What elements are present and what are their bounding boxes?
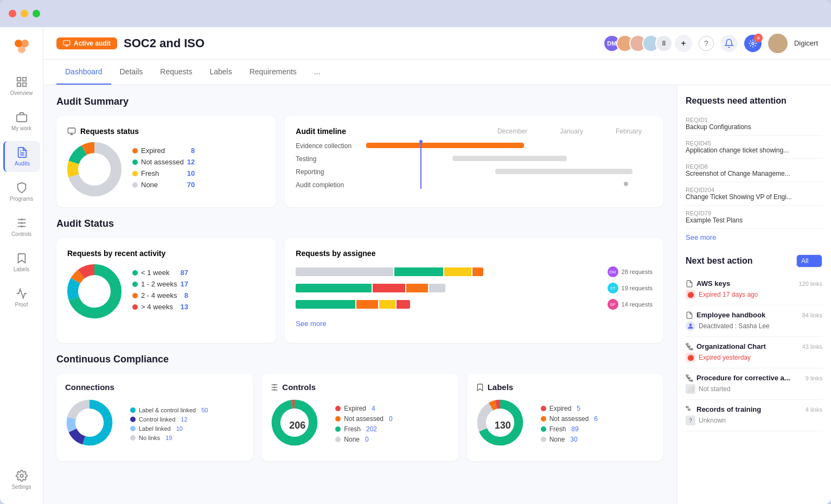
- tab-details[interactable]: Details: [111, 60, 152, 85]
- req-item-4[interactable]: REQID204 Change Ticket Showing VP of Eng…: [686, 182, 822, 206]
- requests-attention-section: Requests need attention REQID1 Backup Co…: [686, 96, 822, 246]
- requests-status-chart: Expired 8 Not assessed 12: [67, 142, 265, 196]
- req-item-2[interactable]: REQID45 Application change ticket showin…: [686, 136, 822, 159]
- assignee-row-3: SP 14 requests: [296, 299, 653, 310]
- sidebar: Overview My work Audits Programs Control…: [0, 27, 43, 504]
- compliance-cards: Connections: [56, 374, 663, 461]
- audit-status-section: Audit Status Requests by recent activity: [56, 218, 663, 343]
- requests-status-card: Requests status: [56, 116, 276, 207]
- tab-dashboard[interactable]: Dashboard: [56, 60, 111, 85]
- tab-more[interactable]: ...: [305, 60, 329, 85]
- timeline-month-feb: February: [616, 127, 642, 135]
- svg-rect-3: [17, 78, 20, 81]
- req-title-5: Example Test Plans: [686, 216, 822, 224]
- audit-summary-cards: Requests status: [56, 116, 663, 207]
- recent-activity-chart: < 1 week 87 1 - 2 weeks 17: [67, 264, 265, 318]
- none-dot: [132, 182, 138, 188]
- avatar-count[interactable]: 8: [655, 35, 673, 52]
- controls-center: 206: [289, 420, 305, 431]
- labels-card-title: Labels: [476, 382, 655, 392]
- tab-labels[interactable]: Labels: [201, 60, 240, 85]
- action-procedure-links: 9 links: [806, 375, 822, 381]
- notification-button[interactable]: [720, 35, 738, 52]
- avatar-sp-small: SP: [608, 299, 618, 310]
- sidebar-item-labels[interactable]: Labels: [3, 247, 40, 278]
- none-value: 70: [187, 181, 195, 189]
- assignee-row-1: DM 28 requests: [296, 266, 653, 277]
- user-avatar[interactable]: [768, 34, 788, 53]
- controls-card: Controls: [261, 374, 458, 461]
- maximize-button[interactable]: [33, 10, 40, 17]
- see-more-requests[interactable]: See more: [686, 229, 822, 246]
- sidebar-label-controls: Controls: [11, 231, 31, 237]
- svg-rect-4: [22, 78, 25, 81]
- tab-requirements[interactable]: Requirements: [241, 60, 305, 85]
- sidebar-label-programs: Programs: [10, 196, 33, 202]
- req-item-5[interactable]: REQID79 Example Test Plans: [686, 206, 822, 229]
- req-item-1[interactable]: REQID1 Backup Configurations: [686, 112, 822, 136]
- request-status-icon: [67, 127, 76, 136]
- sidebar-item-controls[interactable]: Controls: [3, 212, 40, 243]
- svg-point-21: [774, 37, 782, 45]
- labels-legend: Expired 5 Not assessed 6: [541, 405, 598, 446]
- connections-legend: Label & control linked 50 Control linked…: [130, 407, 208, 444]
- topbar-left: Active audit SOC2 and ISO: [56, 36, 204, 50]
- assignee-bar-3: [296, 300, 604, 309]
- assignee-count-1: 28 requests: [622, 269, 653, 275]
- req-item-3[interactable]: REQID8 Screenshot of Change Manageme...: [686, 159, 822, 182]
- tab-requests[interactable]: Requests: [151, 60, 201, 85]
- timeline-row-reporting: Reporting: [296, 168, 653, 176]
- action-procedure-title: Procedure for corrective a...: [696, 374, 790, 382]
- minimize-button[interactable]: [21, 10, 28, 17]
- action-handbook-links: 84 links: [802, 312, 822, 318]
- assignee-card: Requests by assignee DM: [285, 238, 663, 343]
- controls-legend: Expired 4 Not assessed 0: [335, 405, 392, 446]
- sidebar-item-settings[interactable]: Settings: [3, 464, 40, 495]
- stat-over4weeks: > 4 weeks 13: [132, 303, 188, 311]
- svg-point-2: [18, 46, 25, 53]
- action-item-aws[interactable]: AWS keys 120 links 🔴 Expired 17 days ago: [686, 274, 822, 305]
- action-training-links: 4 links: [806, 406, 822, 413]
- notifications-icon[interactable]: 4: [744, 35, 762, 52]
- see-more-assignees[interactable]: See more: [296, 315, 653, 332]
- add-member-button[interactable]: +: [675, 35, 692, 52]
- timeline-rows: Evidence collection Testing: [296, 142, 653, 189]
- expired-icon-2: 🔴: [686, 353, 695, 362]
- sidebar-item-programs[interactable]: Programs: [3, 176, 40, 207]
- req-title-1: Backup Configurations: [686, 123, 822, 131]
- next-best-action-section: Next best action All AWS keys: [686, 254, 822, 431]
- action-item-procedure[interactable]: Procedure for corrective a... 9 links ⬜ …: [686, 368, 822, 400]
- right-sidebar: Requests need attention REQID1 Backup Co…: [676, 85, 831, 504]
- svg-point-16: [20, 474, 23, 477]
- controls-chart: 206 Expired 4: [270, 398, 449, 452]
- audit-status-cards: Requests by recent activity: [56, 238, 663, 343]
- sidebar-item-audits[interactable]: Audits: [3, 141, 40, 172]
- action-item-training[interactable]: Records of training 4 links ? Unknown: [686, 400, 822, 431]
- expired-icon: 🔴: [686, 290, 695, 299]
- sidebar-item-mywork[interactable]: My work: [3, 106, 40, 137]
- sidebar-item-overview[interactable]: Overview: [3, 71, 40, 101]
- action-item-orgchart[interactable]: Organizational Chart 43 links 🔴 Expired …: [686, 337, 822, 368]
- sidebar-item-proof[interactable]: Proof: [3, 282, 40, 313]
- connections-card-title: Connections: [65, 382, 244, 392]
- action-aws-status-text: Expired 17 days ago: [699, 291, 758, 298]
- expired-dot: [132, 148, 138, 154]
- help-button[interactable]: ?: [699, 36, 714, 51]
- topbar-right: DM 8 + ? 4: [603, 34, 818, 53]
- requests-pie-chart: [67, 142, 122, 196]
- action-item-handbook[interactable]: Employee handbook 84 links Deactivated :…: [686, 305, 822, 337]
- stat-2weeks: 1 - 2 weeks 17: [132, 280, 188, 288]
- action-procedure-top: Procedure for corrective a... 9 links: [686, 374, 822, 382]
- app-window: Overview My work Audits Programs Control…: [0, 0, 831, 504]
- recent-activity-legend: < 1 week 87 1 - 2 weeks 17: [132, 269, 188, 314]
- labels-card: Labels: [467, 374, 663, 461]
- svg-rect-6: [22, 83, 25, 86]
- notification-count: 4: [754, 34, 763, 42]
- connections-card: Connections: [56, 374, 253, 461]
- req-id-3: REQID8: [686, 163, 822, 170]
- next-action-filter[interactable]: All: [796, 254, 822, 267]
- action-training-status: ? Unknown: [686, 416, 822, 425]
- action-aws-links: 120 links: [799, 280, 822, 287]
- controls-card-title: Controls: [270, 382, 449, 392]
- close-button[interactable]: [9, 10, 16, 17]
